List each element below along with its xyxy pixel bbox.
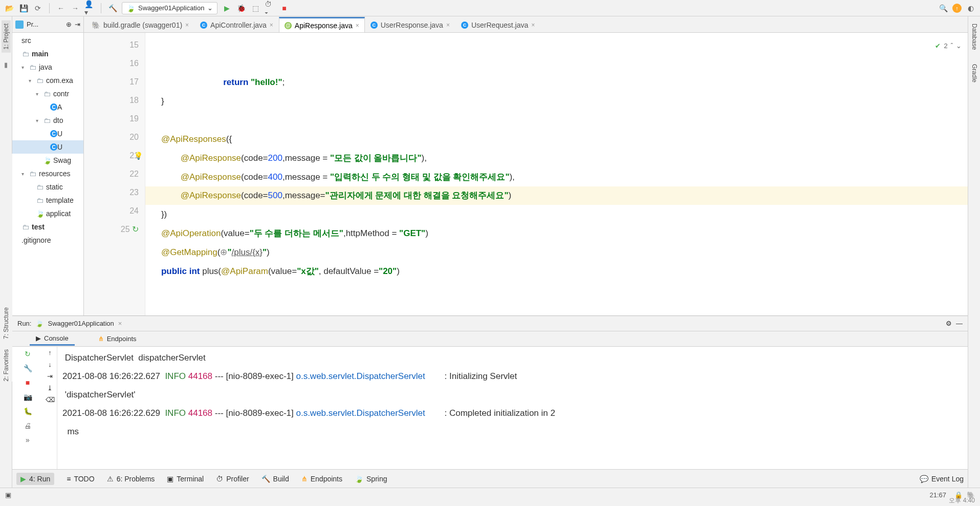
tree-node[interactable]: .gitignore	[12, 234, 83, 247]
code-line[interactable]: @ApiResponse(code=500,message="관리자에게 문제에…	[145, 186, 968, 205]
tab-spring[interactable]: 🍃Spring	[355, 475, 387, 483]
tree-node[interactable]: 🗀main	[12, 47, 83, 60]
tree-node[interactable]: C U	[12, 140, 83, 154]
refresh-icon[interactable]: ⟳	[33, 3, 43, 13]
run-icon[interactable]: ▶	[222, 3, 232, 13]
target-icon[interactable]: ⊕	[66, 20, 72, 28]
gear-icon[interactable]: ⚙	[946, 320, 952, 327]
open-icon[interactable]: 📂	[4, 3, 14, 13]
tree-node[interactable]: C U	[12, 127, 83, 140]
tree-node[interactable]: ▾🗀contr	[12, 87, 83, 100]
debug-icon[interactable]: 🐞	[236, 3, 246, 13]
tree-node[interactable]: 🗀static	[12, 180, 83, 194]
tab-favorites[interactable]: 2: Favorites	[3, 349, 10, 382]
tab-endpoints-bottom[interactable]: ⋔Endpoints	[301, 475, 342, 483]
search-icon[interactable]: 🔍	[938, 3, 948, 13]
close-icon[interactable]: ×	[356, 22, 359, 29]
tree-node[interactable]: 🍃Swag	[12, 154, 83, 167]
scroll-icon[interactable]: ⤓	[47, 384, 53, 392]
save-icon[interactable]: 💾	[18, 3, 29, 13]
console-output[interactable]: DispatcherServlet dispatcherServlet2021-…	[57, 347, 968, 469]
tab-console[interactable]: ▶ Console	[30, 332, 75, 346]
profile-icon[interactable]: ⏱▾	[265, 3, 275, 13]
tab-run[interactable]: ▶4: Run	[16, 473, 54, 485]
code-inspection-status[interactable]: ✔ 2 ˆ ⌄	[935, 37, 962, 55]
minimize-icon[interactable]: —	[956, 320, 963, 327]
tree-node[interactable]: C A	[12, 100, 83, 114]
expand-arrow-icon[interactable]: ▾	[21, 65, 29, 70]
close-icon[interactable]: ×	[531, 22, 535, 29]
tree-node[interactable]: ▾🗀dto	[12, 114, 83, 127]
down-icon[interactable]: ↓	[48, 361, 52, 368]
editor-tab[interactable]: CUserResponse.java×	[365, 17, 455, 32]
editor-tab[interactable]: CApiController.java×	[194, 17, 279, 32]
code-line[interactable]: @ApiResponse(code=400,message = "입력하신 두 …	[151, 172, 515, 182]
tab-terminal[interactable]: ▣Terminal	[167, 475, 204, 483]
tree-node[interactable]: 🗀test	[12, 220, 83, 234]
code-area[interactable]: ✔ 2 ˆ ⌄ return "hello!"; } @ApiResponses…	[145, 33, 968, 315]
tab-endpoints[interactable]: ⋔ Endpoints	[92, 333, 143, 345]
run-config-dropdown[interactable]: 🍃 Swagger01Application ⌄	[122, 2, 217, 14]
tab-problems[interactable]: ⚠6: Problems	[107, 475, 155, 483]
forward-icon[interactable]: →	[70, 3, 80, 13]
chevron-up-icon[interactable]: ˆ	[951, 37, 953, 55]
code-line[interactable]: @GetMapping(⊕"/plus/{x}")	[151, 247, 270, 257]
close-icon[interactable]: ×	[446, 22, 450, 29]
tree-node[interactable]: ▾🗀java	[12, 60, 83, 74]
tab-todo[interactable]: ≡TODO	[67, 475, 94, 483]
tab-gradle[interactable]: Gradle	[970, 61, 979, 86]
tree-node[interactable]: ▾🗀com.exa	[12, 74, 83, 87]
tree-node[interactable]: 🗀template	[12, 194, 83, 207]
wrench-icon[interactable]: 🔧	[23, 363, 33, 373]
chevron-down-icon[interactable]: ⌄	[956, 37, 962, 55]
expand-arrow-icon[interactable]: ▾	[36, 91, 43, 97]
expand-arrow-icon[interactable]: ▾	[21, 171, 29, 177]
tab-build[interactable]: 🔨Build	[262, 475, 289, 483]
rerun-icon[interactable]: ↻	[23, 349, 33, 359]
close-icon[interactable]: ×	[118, 320, 122, 327]
code-line[interactable]: @ApiResponses({	[151, 134, 232, 144]
more-icon[interactable]: »	[23, 435, 33, 445]
expand-arrow-icon[interactable]: ▾	[36, 118, 43, 123]
up-icon[interactable]: ↑	[48, 349, 52, 356]
tab-profiler[interactable]: ⏱Profiler	[216, 475, 249, 483]
back-icon[interactable]: ←	[56, 3, 66, 13]
code-line[interactable]: return "hello!";	[204, 77, 285, 87]
gutter-run-icon[interactable]: ↻	[132, 225, 139, 234]
collapse-icon[interactable]: ⇥	[75, 20, 80, 28]
tree-node[interactable]: src	[12, 34, 83, 47]
code-line[interactable]: })	[151, 209, 167, 219]
code-line[interactable]: }	[151, 96, 164, 106]
tree-node[interactable]: 🍃applicat	[12, 207, 83, 220]
code-line[interactable]: @ApiOperation(value="두 수를 더하는 메서드",httpM…	[151, 228, 428, 238]
editor-tab[interactable]: 🐘build.gradle (swagger01)×	[86, 17, 194, 32]
stop-icon[interactable]: ■	[23, 377, 33, 388]
code-line[interactable]: @ApiResponse(code=200,message = "모든 값이 올…	[151, 153, 427, 163]
update-icon[interactable]: ↑	[952, 4, 962, 13]
editor-tab[interactable]: CUserRequest.java×	[455, 17, 540, 32]
intention-bulb-icon[interactable]: 💡	[134, 146, 143, 165]
bug-icon[interactable]: 🐛	[23, 406, 33, 416]
print-icon[interactable]: 🖨	[23, 420, 33, 431]
hammer-icon[interactable]: 🔨	[107, 3, 118, 13]
tab-project[interactable]: 1: Project	[2, 20, 11, 53]
clear-icon[interactable]: ⌫	[46, 396, 55, 404]
close-icon[interactable]: ×	[185, 22, 189, 29]
tab-structure[interactable]: 7: Structure	[3, 307, 10, 339]
camera-icon[interactable]: 📷	[23, 392, 33, 402]
editor-tab[interactable]: @ApiResponse.java×	[279, 17, 365, 32]
bookmark-icon[interactable]: ▮	[4, 61, 8, 69]
code-line[interactable]: public int plus(@ApiParam(value="x값", de…	[151, 266, 400, 276]
jetbrains-icon[interactable]: ◐	[966, 3, 976, 13]
user-icon[interactable]: 👤▾	[84, 3, 95, 13]
expand-arrow-icon[interactable]: ▾	[29, 78, 36, 83]
windows-icon[interactable]: ▣	[5, 491, 11, 499]
wrap-icon[interactable]: ⇥	[47, 372, 53, 380]
tab-database[interactable]: Database	[970, 20, 979, 53]
coverage-icon[interactable]: ⬚	[250, 3, 260, 13]
stop-icon[interactable]: ■	[279, 3, 289, 13]
project-tree[interactable]: src🗀main▾🗀java▾🗀com.exa▾🗀contrC A▾🗀dtoC …	[12, 33, 83, 315]
tree-node[interactable]: ▾🗀resources	[12, 167, 83, 180]
close-icon[interactable]: ×	[270, 22, 273, 29]
tab-eventlog[interactable]: 💬Event Log	[920, 475, 964, 483]
